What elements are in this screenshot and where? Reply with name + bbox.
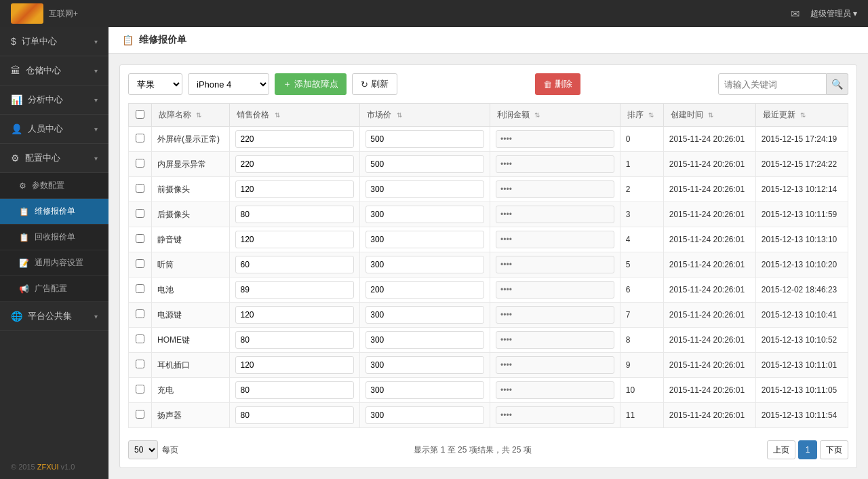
row-checkbox[interactable]: [136, 159, 144, 168]
row-sell-price: [230, 277, 360, 303]
gear-icon: ⚙: [11, 153, 20, 164]
per-page-select[interactable]: 50 25 10: [128, 440, 158, 459]
row-sell-price: [230, 127, 360, 152]
row-market-price: [360, 227, 490, 252]
next-page-button[interactable]: 下页: [820, 440, 848, 459]
row-check-cell: [129, 328, 152, 353]
sidebar-item-repair-quote[interactable]: 📋 维修报价单: [0, 199, 108, 225]
market-price-input[interactable]: [366, 155, 484, 173]
row-checkbox[interactable]: [136, 259, 144, 268]
page-1-button[interactable]: 1: [798, 440, 817, 459]
profit-input[interactable]: [496, 155, 614, 173]
table-row: 耳机插口 9 2015-11-24 20:26:01 2015-12-13 10…: [129, 353, 848, 378]
select-all-checkbox[interactable]: [136, 110, 144, 119]
sidebar-item-analysis[interactable]: 📊 分析中心 ▾: [0, 85, 108, 115]
sell-price-input[interactable]: [235, 406, 354, 424]
row-checkbox[interactable]: [136, 309, 144, 318]
row-check-cell: [129, 378, 152, 403]
mail-icon[interactable]: ✉: [791, 7, 800, 20]
row-update-time: 2015-12-13 10:10:41: [755, 303, 848, 328]
main-area: 📋 维修报价单 苹果 三星 华为 小米 iPhone 4 iPhone 4S: [108, 27, 868, 479]
search-button[interactable]: 🔍: [827, 73, 848, 95]
market-price-input[interactable]: [366, 406, 484, 424]
add-fault-button[interactable]: ＋ 添加故障点: [275, 73, 347, 95]
market-price-input[interactable]: [366, 231, 484, 248]
model-select[interactable]: iPhone 4 iPhone 4S iPhone 5 iPhone 5S iP…: [188, 73, 269, 95]
row-checkbox[interactable]: [136, 284, 144, 293]
th-sort: 排序 ⇅: [620, 104, 663, 127]
sort-icon: ⇅: [397, 111, 402, 119]
row-check-cell: [129, 353, 152, 378]
profit-input[interactable]: [496, 356, 614, 374]
market-price-input[interactable]: [366, 206, 484, 223]
profit-input[interactable]: [496, 381, 614, 399]
sidebar-item-ad[interactable]: 📢 广告配置: [0, 276, 108, 302]
sidebar-item-config[interactable]: ⚙ 配置中心 ▾: [0, 144, 108, 173]
sidebar-item-people[interactable]: 👤 人员中心 ▾: [0, 115, 108, 144]
sidebar-item-param[interactable]: ⚙ 参数配置: [0, 173, 108, 199]
brand-select[interactable]: 苹果 三星 华为 小米: [128, 73, 182, 95]
th-sell-price: 销售价格 ⇅: [230, 104, 360, 127]
market-price-input[interactable]: [366, 180, 484, 198]
search-input[interactable]: [718, 73, 827, 95]
sort-icon: ⇅: [708, 111, 713, 119]
profit-input[interactable]: [496, 306, 614, 324]
prev-page-button[interactable]: 上页: [767, 440, 795, 459]
row-checkbox[interactable]: [136, 385, 144, 394]
sell-price-input[interactable]: [235, 381, 354, 399]
market-price-input[interactable]: [366, 331, 484, 349]
sell-price-input[interactable]: [235, 356, 354, 374]
row-check-cell: [129, 403, 152, 428]
sort-icon: ⇅: [196, 111, 201, 119]
row-checkbox[interactable]: [136, 410, 144, 419]
sidebar-item-platform[interactable]: 🌐 平台公共集 ▾: [0, 302, 108, 331]
row-checkbox[interactable]: [136, 134, 144, 142]
row-create-time: 2015-11-24 20:26:01: [663, 127, 755, 152]
row-checkbox[interactable]: [136, 334, 144, 343]
sell-price-input[interactable]: [235, 206, 354, 223]
profit-input[interactable]: [496, 180, 614, 198]
market-price-input[interactable]: [366, 306, 484, 324]
profit-input[interactable]: [496, 130, 614, 148]
profit-input[interactable]: [496, 281, 614, 299]
market-price-input[interactable]: [366, 381, 484, 399]
row-profit: [490, 277, 620, 303]
market-price-input[interactable]: [366, 356, 484, 374]
sell-price-input[interactable]: [235, 281, 354, 299]
profit-input[interactable]: [496, 406, 614, 424]
sidebar-item-recycle-quote[interactable]: 📋 回收报价单: [0, 225, 108, 250]
sidebar-item-warehouse[interactable]: 🏛 仓储中心 ▾: [0, 56, 108, 85]
profit-input[interactable]: [496, 231, 614, 248]
sidebar-item-order[interactable]: $ 订单中心 ▾: [0, 27, 108, 56]
footer-link[interactable]: ZFXUI: [37, 463, 59, 471]
logo: [11, 3, 43, 24]
sell-price-input[interactable]: [235, 306, 354, 324]
row-checkbox[interactable]: [136, 184, 144, 193]
profit-input[interactable]: [496, 206, 614, 223]
delete-button[interactable]: 🗑 删除: [535, 73, 580, 95]
sell-price-input[interactable]: [235, 180, 354, 198]
pagination-bar: 50 25 10 每页 显示第 1 至 25 项结果，共 25 项 上页 1 下…: [128, 435, 848, 459]
sell-price-input[interactable]: [235, 231, 354, 248]
content-area: 苹果 三星 华为 小米 iPhone 4 iPhone 4S iPhone 5 …: [108, 54, 868, 479]
sell-price-input[interactable]: [235, 256, 354, 273]
sell-price-input[interactable]: [235, 130, 354, 148]
profit-input[interactable]: [496, 331, 614, 349]
row-checkbox[interactable]: [136, 209, 144, 218]
profit-input[interactable]: [496, 256, 614, 273]
sell-price-input[interactable]: [235, 331, 354, 349]
row-sort: 10: [620, 378, 663, 403]
sidebar-item-content[interactable]: 📝 通用内容设置: [0, 250, 108, 276]
per-page-label: 每页: [162, 444, 178, 456]
market-price-input[interactable]: [366, 281, 484, 299]
row-checkbox[interactable]: [136, 234, 144, 243]
sell-price-input[interactable]: [235, 155, 354, 173]
user-menu[interactable]: 超级管理员 ▾: [810, 8, 857, 20]
market-price-input[interactable]: [366, 256, 484, 273]
market-price-input[interactable]: [366, 130, 484, 148]
th-profit: 利润金额 ⇅: [490, 104, 620, 127]
topnav-right: ✉ 超级管理员 ▾: [791, 7, 857, 20]
row-checkbox[interactable]: [136, 360, 144, 368]
th-update-time: 最近更新 ⇅: [755, 104, 848, 127]
refresh-button[interactable]: ↻ 刷新: [352, 73, 397, 95]
